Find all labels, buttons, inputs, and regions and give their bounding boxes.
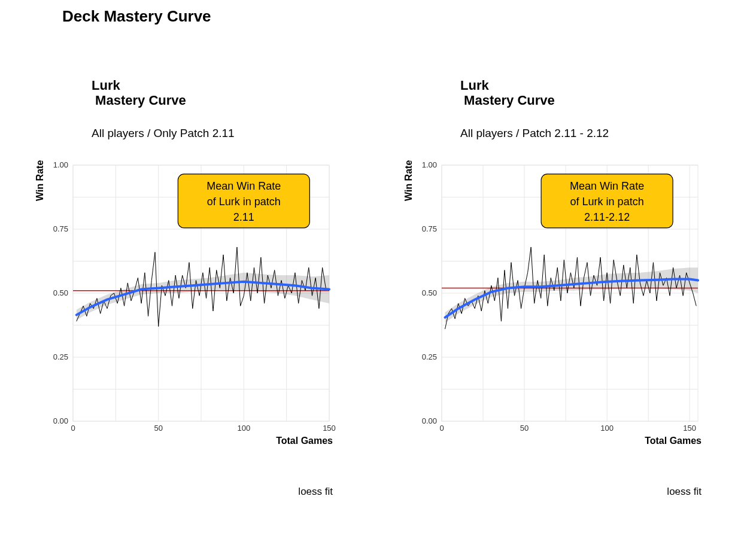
svg-text:0.25: 0.25 bbox=[422, 352, 437, 361]
svg-text:Mean Win Rate: Mean Win Rate bbox=[570, 180, 644, 192]
svg-text:of Lurk in patch: of Lurk in patch bbox=[570, 196, 644, 208]
chart-left-subtitle: All players / Only Patch 2.11 bbox=[92, 127, 235, 140]
page-main-title: Deck Mastery Curve bbox=[62, 7, 211, 26]
chart-right-xlabel: Total Games bbox=[645, 436, 702, 446]
svg-text:0: 0 bbox=[71, 424, 75, 433]
svg-text:0: 0 bbox=[439, 424, 444, 433]
chart-right-subtitle: All players / Patch 2.11 - 2.12 bbox=[460, 127, 609, 140]
chart-left-plot: 0501001500.000.250.500.751.00Mean Win Ra… bbox=[69, 162, 333, 425]
svg-text:0.50: 0.50 bbox=[422, 288, 437, 297]
svg-text:50: 50 bbox=[154, 424, 162, 433]
svg-text:0.50: 0.50 bbox=[53, 288, 68, 297]
svg-text:1.00: 1.00 bbox=[422, 160, 437, 169]
chart-left-svg: 0501001500.000.250.500.751.00Mean Win Ra… bbox=[69, 162, 333, 425]
svg-text:0.00: 0.00 bbox=[53, 416, 68, 425]
svg-text:0.75: 0.75 bbox=[53, 224, 68, 233]
chart-right-ylabel: Win Rate bbox=[403, 160, 414, 201]
svg-text:50: 50 bbox=[520, 424, 529, 433]
chart-panel-left: Lurk Mastery Curve All players / Only Pa… bbox=[35, 78, 370, 509]
chart-left-ylabel: Win Rate bbox=[35, 160, 45, 201]
svg-text:0.00: 0.00 bbox=[422, 416, 437, 425]
chart-left-caption: loess fit bbox=[298, 486, 333, 498]
chart-left-xlabel: Total Games bbox=[276, 436, 333, 446]
svg-text:0.25: 0.25 bbox=[53, 352, 68, 361]
svg-text:0.75: 0.75 bbox=[422, 224, 437, 233]
chart-panel-right: Lurk Mastery Curve All players / Patch 2… bbox=[403, 78, 739, 509]
chart-right-svg: 0501001500.000.250.500.751.00Mean Win Ra… bbox=[438, 162, 702, 425]
svg-text:150: 150 bbox=[683, 424, 696, 433]
chart-right-caption: loess fit bbox=[667, 486, 702, 498]
svg-text:of Lurk in patch: of Lurk in patch bbox=[207, 196, 281, 208]
chart-right-title: Lurk Mastery Curve bbox=[460, 78, 555, 108]
svg-text:1.00: 1.00 bbox=[53, 160, 68, 169]
svg-text:150: 150 bbox=[323, 424, 336, 433]
chart-right-plot: 0501001500.000.250.500.751.00Mean Win Ra… bbox=[438, 162, 702, 425]
svg-text:100: 100 bbox=[600, 424, 614, 433]
svg-text:Mean Win Rate: Mean Win Rate bbox=[207, 180, 281, 192]
svg-text:100: 100 bbox=[237, 424, 250, 433]
svg-text:2.11: 2.11 bbox=[233, 211, 254, 223]
svg-text:2.11-2.12: 2.11-2.12 bbox=[584, 211, 630, 223]
chart-left-title: Lurk Mastery Curve bbox=[92, 78, 186, 108]
